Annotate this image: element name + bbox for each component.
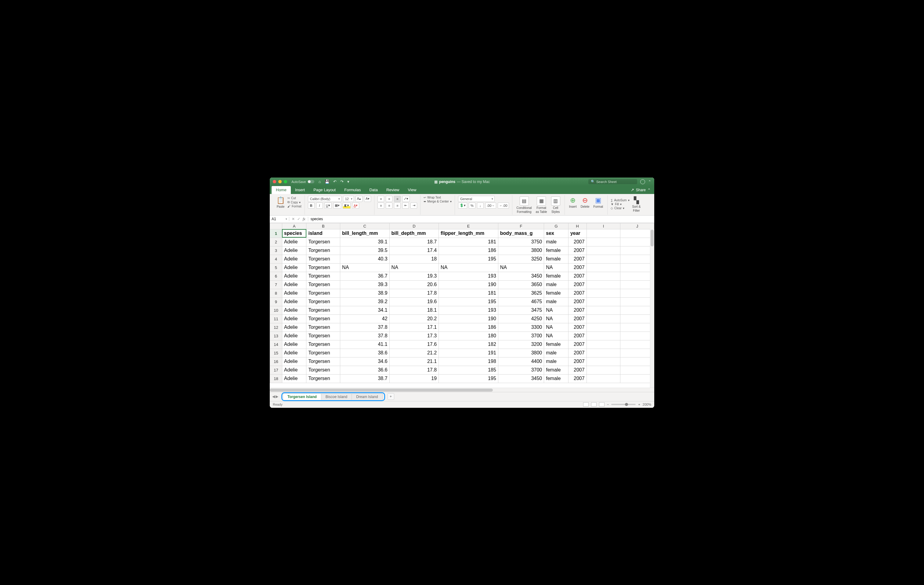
align-top-button[interactable]: ≡ (378, 196, 384, 202)
cell[interactable]: NA (389, 263, 439, 272)
cell[interactable]: female (544, 255, 569, 263)
cut-button[interactable]: ✂Cut (287, 196, 302, 200)
cell[interactable]: 38.9 (340, 289, 390, 297)
cell[interactable]: female (544, 366, 569, 374)
cell[interactable]: 2007 (568, 289, 586, 297)
row-header-7[interactable]: 7 (270, 280, 282, 289)
cell[interactable]: NA (544, 263, 569, 272)
zoom-out-button[interactable]: − (607, 403, 609, 406)
cell[interactable] (620, 297, 654, 306)
cell[interactable] (620, 366, 654, 374)
ribbon-tab-review[interactable]: Review (382, 186, 404, 194)
normal-view-button[interactable] (583, 402, 589, 407)
underline-button[interactable]: U▾ (324, 203, 332, 209)
cell[interactable] (586, 255, 620, 263)
format-painter-button[interactable]: 🖌Format (287, 205, 302, 208)
cell[interactable]: 186 (439, 246, 498, 255)
align-center-button[interactable]: ≡ (386, 203, 393, 209)
cell[interactable]: 190 (439, 315, 498, 323)
cell[interactable] (586, 357, 620, 366)
cell[interactable] (620, 272, 654, 280)
cell[interactable]: Adelie (282, 366, 306, 374)
cell[interactable]: 18 (389, 255, 439, 263)
name-box[interactable]: A1 (270, 217, 289, 221)
cell[interactable] (620, 349, 654, 357)
cell[interactable] (586, 340, 620, 349)
fill-color-button[interactable]: ◧▾ (343, 203, 351, 209)
row-header-12[interactable]: 12 (270, 323, 282, 331)
currency-button[interactable]: 💲▾ (458, 203, 467, 209)
cell[interactable]: 39.1 (340, 237, 390, 246)
cell[interactable]: 198 (439, 357, 498, 366)
autosum-button[interactable]: ∑AutoSum▾ (610, 199, 629, 202)
cell[interactable]: female (544, 246, 569, 255)
cell[interactable]: Torgersen (306, 263, 340, 272)
cell[interactable]: female (544, 340, 569, 349)
cell[interactable]: Adelie (282, 306, 306, 315)
cell[interactable]: NA (544, 331, 569, 340)
cell[interactable]: 2007 (568, 349, 586, 357)
cell[interactable]: 195 (439, 297, 498, 306)
search-sheet-input[interactable]: 🔍 Search Sheet (588, 179, 637, 184)
formula-input[interactable]: species (308, 217, 654, 221)
ribbon-tab-page-layout[interactable]: Page Layout (309, 186, 340, 194)
cell[interactable]: 37.8 (340, 331, 390, 340)
decrease-indent-button[interactable]: ⇤ (402, 203, 409, 209)
row-header-6[interactable]: 6 (270, 272, 282, 280)
cell[interactable] (586, 374, 620, 383)
collapse-ribbon-icon[interactable]: ⌃ (648, 188, 650, 192)
cell[interactable]: 3250 (498, 255, 544, 263)
column-header-H[interactable]: H (568, 223, 586, 229)
cell[interactable]: Adelie (282, 340, 306, 349)
cell[interactable]: 3650 (498, 280, 544, 289)
chevron-down-icon[interactable]: ▾ (347, 180, 350, 184)
cell[interactable]: Adelie (282, 272, 306, 280)
cell[interactable] (620, 315, 654, 323)
home-icon[interactable]: ⌂ (318, 180, 321, 184)
cell[interactable]: NA (544, 306, 569, 315)
cell[interactable]: 39.3 (340, 280, 390, 289)
cell[interactable]: 2007 (568, 255, 586, 263)
cell[interactable]: Torgersen (306, 246, 340, 255)
cell[interactable]: Adelie (282, 289, 306, 297)
cell[interactable]: 17.4 (389, 246, 439, 255)
delete-button[interactable]: ⊖Delete (579, 196, 591, 209)
paste-button[interactable]: 📋 Paste (275, 196, 286, 209)
cell[interactable]: NA (544, 323, 569, 331)
feedback-icon[interactable] (640, 180, 645, 184)
minimize-button[interactable] (278, 180, 282, 183)
zoom-slider[interactable] (611, 404, 635, 405)
cell[interactable] (586, 246, 620, 255)
cell[interactable]: 38.7 (340, 374, 390, 383)
conditional-formatting-button[interactable]: ▤ Conditional Formatting (515, 196, 533, 214)
cell[interactable] (620, 323, 654, 331)
cell[interactable]: 3700 (498, 366, 544, 374)
font-name-select[interactable]: Calibri (Body) (308, 196, 342, 202)
italic-button[interactable]: I (316, 203, 323, 209)
cell[interactable]: Torgersen (306, 340, 340, 349)
cell[interactable] (620, 340, 654, 349)
border-button[interactable]: ▦▾ (333, 203, 341, 209)
cell[interactable]: female (544, 374, 569, 383)
zoom-in-button[interactable]: + (638, 403, 640, 406)
column-header-I[interactable]: I (586, 223, 620, 229)
align-left-button[interactable]: ≡ (378, 203, 384, 209)
cell[interactable]: male (544, 237, 569, 246)
decrease-decimal-button[interactable]: ←.00 (498, 203, 509, 209)
cell[interactable]: 37.8 (340, 323, 390, 331)
align-middle-button[interactable]: ≡ (386, 196, 393, 202)
cell[interactable]: sex (544, 229, 569, 237)
row-header-17[interactable]: 17 (270, 366, 282, 374)
cell[interactable] (620, 306, 654, 315)
cell[interactable]: 3450 (498, 272, 544, 280)
number-format-select[interactable]: General (458, 196, 495, 202)
cell[interactable]: 195 (439, 374, 498, 383)
cell[interactable]: 2007 (568, 246, 586, 255)
cell[interactable]: 2007 (568, 357, 586, 366)
cell[interactable]: 17.8 (389, 366, 439, 374)
cell[interactable]: 36.6 (340, 366, 390, 374)
cell[interactable] (586, 306, 620, 315)
cell[interactable]: Adelie (282, 323, 306, 331)
cell-styles-button[interactable]: ▥ Cell Styles (550, 196, 561, 214)
row-header-14[interactable]: 14 (270, 340, 282, 349)
